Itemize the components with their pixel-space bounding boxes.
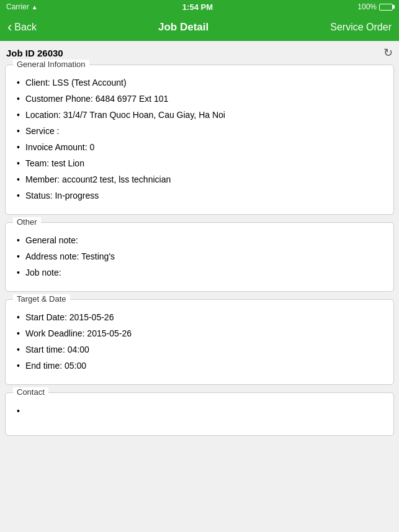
nav-bar: Back Job Detail Service Order [0,14,399,41]
list-item: End time: 05:00 [14,359,385,372]
list-item: Member: account2 test, lss technician [14,173,385,186]
list-item: Start Date: 2015-05-26 [14,311,385,324]
wifi-icon [32,2,38,11]
target-date-label: Target & Date [13,294,70,304]
other-label: Other [13,217,41,227]
general-info-section: General Infomation Client: LSS (Test Acc… [5,65,394,215]
general-info-label: General Infomation [13,60,89,69]
list-item: Location: 31/4/7 Tran Quoc Hoan, Cau Gia… [14,109,385,122]
list-item: General note: [14,234,385,247]
contact-label: Contact [13,387,48,397]
other-section: Other General note:Address note: Testing… [5,222,394,292]
list-item: Address note: Testing's [14,250,385,263]
list-item: Work Deadline: 2015-05-26 [14,327,385,340]
list-item: Team: test Lion [14,157,385,170]
battery-icon [379,4,393,11]
list-item: Client: LSS (Test Account) [14,76,385,89]
list-item: Job note: [14,266,385,279]
status-time: 1:54 PM [182,2,213,12]
list-item: Invoice Amount: 0 [14,141,385,154]
back-button[interactable]: Back [7,20,37,34]
list-item: Customer Phone: 6484 6977 Ext 101 [14,92,385,106]
carrier-info: Carrier [6,2,38,11]
main-content: Job ID 26030 ↻ General Infomation Client… [0,41,399,532]
target-date-list: Start Date: 2015-05-26Work Deadline: 201… [14,311,385,372]
nav-title: Job Detail [158,21,208,34]
list-item: Start time: 04:00 [14,343,385,356]
target-date-section: Target & Date Start Date: 2015-05-26Work… [5,299,394,385]
chevron-left-icon [7,20,12,34]
other-list: General note:Address note: Testing'sJob … [14,234,385,279]
battery-info: 100% [357,2,393,11]
status-bar: Carrier 1:54 PM 100% [0,0,399,14]
service-order-button[interactable]: Service Order [330,22,392,33]
carrier-text: Carrier [6,2,29,11]
refresh-icon[interactable]: ↻ [383,47,393,58]
contact-section: Contact [5,392,394,436]
list-item: Status: In-progress [14,189,385,202]
battery-pct-text: 100% [357,2,377,11]
job-id-text: Job ID 26030 [6,48,63,58]
back-label: Back [14,22,37,33]
general-info-list: Client: LSS (Test Account)Customer Phone… [14,76,385,202]
job-id-row: Job ID 26030 ↻ [5,47,394,58]
list-item: Service : [14,125,385,138]
